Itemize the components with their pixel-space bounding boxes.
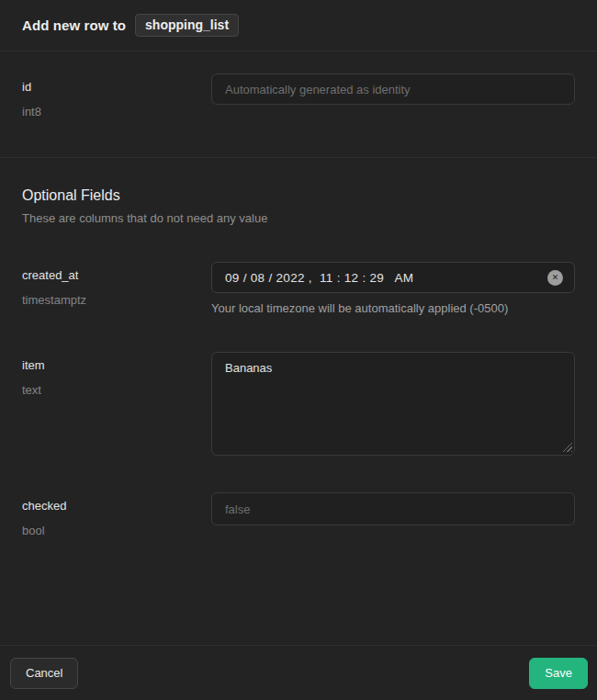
save-button[interactable]: Save [529, 658, 588, 689]
table-name-badge: shopping_list [135, 14, 239, 37]
id-input [211, 73, 575, 105]
form-body: id int8 Optional Fields These are column… [0, 51, 597, 645]
field-row-checked: checked bool [0, 492, 597, 537]
field-name-created-at: created_at [22, 268, 211, 282]
field-type-id: int8 [22, 105, 211, 119]
field-label-id: id int8 [22, 73, 211, 119]
field-row-item: item text Bananas [0, 352, 597, 456]
optional-fields-subtitle: These are columns that do not need any v… [22, 211, 575, 225]
field-type-item: text [22, 383, 211, 397]
item-textarea[interactable]: Bananas [211, 352, 575, 456]
field-input-col-checked [211, 492, 575, 525]
panel-header: Add new row to shopping_list [0, 0, 597, 51]
field-type-created-at: timestamptz [22, 293, 211, 307]
clear-datetime-icon[interactable]: ✕ [547, 270, 563, 286]
field-input-col-id [211, 73, 575, 105]
created-at-datetime-input[interactable]: 09 / 08 / 2022 , 11 : 12 : 29 AM ✕ [211, 262, 575, 293]
field-type-checked: bool [22, 524, 211, 537]
field-input-col-created-at: 09 / 08 / 2022 , 11 : 12 : 29 AM ✕ Your … [211, 262, 575, 315]
timezone-helper-text: Your local timezone will be automaticall… [211, 301, 575, 315]
field-row-created-at: created_at timestamptz 09 / 08 / 2022 , … [0, 262, 597, 315]
created-at-value[interactable]: 09 / 08 / 2022 , 11 : 12 : 29 AM [225, 271, 413, 285]
field-row-id: id int8 [0, 73, 597, 119]
field-name-checked: checked [22, 499, 211, 513]
cancel-button[interactable]: Cancel [10, 658, 78, 689]
optional-fields-section-head: Optional Fields These are columns that d… [0, 158, 597, 225]
panel-title: Add new row to [22, 17, 126, 33]
panel-footer: Cancel Save [0, 645, 597, 700]
field-label-created-at: created_at timestamptz [22, 262, 211, 307]
item-textarea-wrap: Bananas [211, 352, 575, 456]
field-input-col-item: Bananas [211, 352, 575, 456]
add-row-panel: Add new row to shopping_list id int8 Opt… [0, 0, 597, 700]
field-name-item: item [22, 358, 211, 372]
optional-fields-title: Optional Fields [22, 187, 575, 204]
checked-input[interactable] [211, 492, 575, 525]
field-label-checked: checked bool [22, 492, 211, 537]
field-label-item: item text [22, 352, 211, 397]
field-name-id: id [22, 80, 211, 94]
